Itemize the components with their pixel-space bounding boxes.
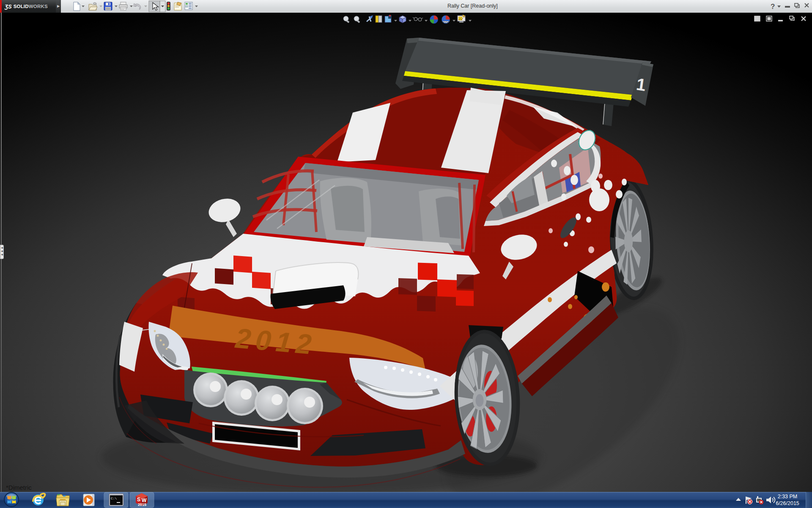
svg-text:2015: 2015 xyxy=(138,502,146,507)
svg-text:?: ? xyxy=(771,3,775,11)
svg-text:S: S xyxy=(137,497,140,502)
svg-text:C:\: C:\ xyxy=(111,497,117,500)
